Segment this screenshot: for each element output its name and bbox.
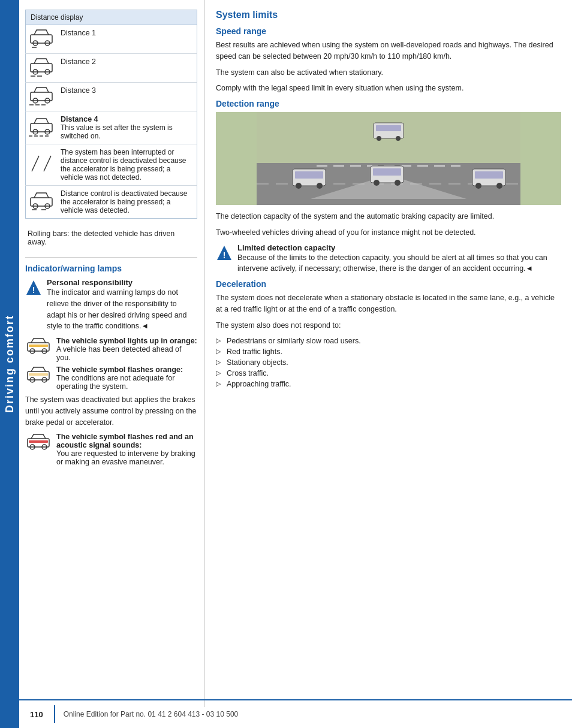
limited-detection-block: ! Limited detection capacity Because of … [216, 243, 561, 275]
orange-light-detail: A vehicle has been detected ahead of you… [56, 345, 197, 362]
page-content: Distance display [19, 0, 572, 707]
limited-detection-text: Because of the limits to the detection c… [237, 253, 547, 273]
limited-detection-label: Limited detection capacity [237, 243, 335, 252]
left-column: Distance display [19, 0, 205, 707]
orange-light-label: The vehicle symbol lights up in orange: [56, 337, 197, 345]
svg-point-55 [395, 180, 401, 186]
personal-resp-text: The indicator and warning lamps do not r… [47, 288, 186, 330]
list-item: Pedestrians or similarly slow road users… [216, 336, 561, 346]
distance-icon-car-slash [26, 186, 58, 219]
svg-rect-38 [29, 373, 48, 376]
flashes-orange-detail: The conditions are not adequate for oper… [56, 374, 197, 391]
table-row: Distance control is deactivated because … [26, 186, 197, 219]
table-row: Distance 4 This value is set after the s… [26, 111, 197, 144]
distance-table: Distance 1 [25, 25, 197, 219]
distance-3-label: Distance 3 [57, 83, 197, 111]
svg-point-54 [374, 180, 380, 186]
flashes-orange-row: The vehicle symbol flashes orange: The c… [25, 365, 197, 391]
footer-divider [54, 705, 55, 723]
speed-range-para2: The system can also be activated when st… [216, 67, 561, 78]
sidebar: Driving comfort [0, 0, 19, 728]
page-footer: 110 Online Edition for Part no. 01 41 2 … [19, 699, 572, 728]
svg-rect-49 [295, 171, 323, 179]
table-row: Distance 1 [26, 25, 197, 54]
distance-icon-1 [26, 25, 58, 54]
flashes-red-row: The vehicle symbol flashes red and an ac… [25, 433, 197, 466]
distance-4-cell: Distance 4 This value is set after the s… [57, 111, 197, 144]
distance-icon-interrupted [26, 144, 58, 186]
deceleration-para2: The system also does not respond to: [216, 320, 561, 331]
table-row: Distance 3 [26, 83, 197, 111]
detection-range-title: Detection range [216, 99, 561, 108]
list-item: Red traffic lights. [216, 346, 561, 357]
svg-rect-34 [29, 345, 48, 347]
table-row: Distance 2 [26, 54, 197, 83]
distance-icon-3 [26, 83, 58, 111]
svg-text:!: ! [223, 250, 226, 260]
svg-rect-53 [373, 168, 401, 176]
footer-note: Online Edition for Part no. 01 41 2 604 … [64, 710, 239, 718]
svg-point-62 [377, 136, 381, 141]
sidebar-label: Driving comfort [4, 315, 16, 413]
list-item: Cross traffic. [216, 368, 561, 379]
distance-interrupted-text: The system has been interrupted or dista… [57, 144, 197, 186]
detection-para2: Two-wheeled vehicles driving ahead of yo… [216, 227, 561, 238]
deceleration-para1: The system does not decelerate when a st… [216, 292, 561, 315]
personal-responsibility-block: ! Personal responsibility The indicator … [25, 278, 197, 332]
distance-2-label: Distance 2 [57, 54, 197, 83]
flashes-orange-label: The vehicle symbol flashes orange: [56, 365, 197, 374]
detection-diagram [216, 112, 561, 205]
svg-point-51 [317, 183, 323, 189]
svg-text:!: ! [32, 285, 35, 295]
distance-car-slash-text: Distance control is deactivated because … [57, 186, 197, 219]
table-row: The system has been interrupted or dista… [26, 144, 197, 186]
car-orange-icon [25, 337, 52, 360]
svg-point-58 [475, 183, 481, 189]
distance-icon-4 [26, 111, 58, 144]
speed-range-para1: Best results are achieved when using the… [216, 40, 561, 62]
list-item: Stationary objects. [216, 357, 561, 368]
rolling-bars-note: Rolling bars: the detected vehicle has d… [25, 227, 197, 249]
limited-detection-triangle-icon: ! [216, 244, 233, 263]
car-flash-red-icon [25, 433, 52, 456]
orange-light-row: The vehicle symbol lights up in orange: … [25, 337, 197, 362]
personal-resp-label: Personal responsibility [47, 278, 133, 287]
page-number: 110 [30, 710, 43, 719]
brakes-text: The system was deactivated but applies t… [25, 394, 197, 428]
deceleration-bullet-list: Pedestrians or similarly slow road users… [216, 336, 561, 389]
system-limits-title: System limits [216, 10, 561, 20]
deceleration-title: Deceleration [216, 279, 561, 289]
warning-triangle-icon: ! [25, 279, 42, 298]
flashes-red-detail: You are requested to intervene by brakin… [56, 449, 197, 466]
list-item: Approaching traffic. [216, 379, 561, 389]
svg-rect-42 [29, 440, 48, 443]
car-flash-orange-icon [25, 365, 52, 389]
svg-line-22 [32, 156, 39, 171]
flashes-red-label: The vehicle symbol flashes red and an ac… [56, 433, 197, 449]
speed-range-title: Speed range [216, 26, 561, 36]
svg-rect-61 [376, 125, 401, 131]
svg-point-63 [396, 136, 401, 141]
distance-1-label: Distance 1 [57, 25, 197, 54]
svg-rect-57 [475, 171, 503, 179]
indicator-section-title: Indicator/warning lamps [25, 264, 197, 273]
svg-point-50 [296, 183, 302, 189]
distance-icon-2 [26, 54, 58, 83]
detection-para1: The detection capacity of the system and… [216, 211, 561, 222]
svg-line-23 [44, 156, 51, 171]
right-column: System limits Speed range Best results a… [205, 0, 572, 707]
distance-display-header: Distance display [25, 10, 197, 25]
svg-point-59 [496, 183, 502, 189]
speed-range-para3: Comply with the legal speed limit in eve… [216, 83, 561, 94]
